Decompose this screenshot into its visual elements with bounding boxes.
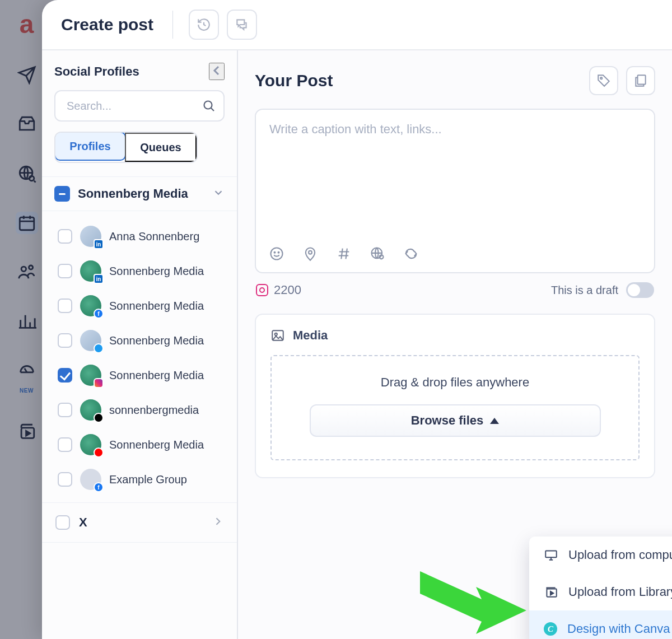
group-checkbox-indeterminate[interactable] <box>54 186 70 202</box>
profile-avatar <box>80 434 101 455</box>
chevron-down-icon <box>212 186 225 201</box>
profile-group-row[interactable]: Sonnenberg Media <box>42 176 237 211</box>
caption-toolbar <box>256 241 654 272</box>
profile-avatar <box>80 399 101 421</box>
profile-item[interactable]: Sonnenberg Media <box>42 323 237 358</box>
facebook-badge-icon: f <box>94 482 104 492</box>
svg-point-9 <box>271 248 283 260</box>
duplicate-button[interactable] <box>626 66 655 95</box>
profile-name: sonnenbergmedia <box>109 404 199 417</box>
profile-avatar: f <box>80 469 101 490</box>
svg-rect-8 <box>638 75 646 84</box>
shorten-link-icon[interactable] <box>403 245 419 262</box>
profile-item[interactable]: inSonnenberg Media <box>42 254 237 288</box>
char-count-value: 2200 <box>274 283 301 297</box>
tags-button[interactable] <box>589 66 618 95</box>
upload-computer-label: Upload from computer <box>568 548 672 562</box>
composer-title: Your Post <box>255 71 333 90</box>
profile-checkbox[interactable] <box>58 472 72 487</box>
profiles-queues-tabs: Profiles Queues <box>54 132 198 163</box>
browse-files-label: Browse files <box>411 413 484 428</box>
media-title: Media <box>293 328 328 343</box>
profile-checkbox[interactable] <box>58 403 72 417</box>
location-icon[interactable] <box>302 245 319 262</box>
profile-item[interactable]: sonnenbergmedia <box>42 393 237 427</box>
upload-from-computer[interactable]: Upload from computer <box>529 537 672 573</box>
profile-checkbox[interactable] <box>58 368 72 383</box>
profile-checkbox[interactable] <box>58 333 72 348</box>
profile-list: inAnna SonnenberginSonnenberg MediafSonn… <box>42 211 237 502</box>
twitter-badge-icon <box>94 343 104 353</box>
annotation-arrow <box>420 554 538 638</box>
svg-point-11 <box>278 252 279 253</box>
svg-point-14 <box>380 255 384 259</box>
profile-item[interactable]: fExample Group <box>42 462 237 497</box>
profile-name: Sonnenberg Media <box>109 369 204 382</box>
image-icon <box>270 328 285 343</box>
tab-profiles[interactable]: Profiles <box>54 132 126 161</box>
composer-panel: Your Post 2200 <box>238 50 672 639</box>
profile-name: Sonnenberg Media <box>109 439 204 451</box>
profile-avatar: in <box>80 260 101 282</box>
upload-library-label: Upload from Library <box>568 585 672 599</box>
profile-avatar <box>80 330 101 351</box>
globe-icon[interactable] <box>369 245 386 262</box>
svg-point-6 <box>204 101 212 109</box>
design-canva-label: Design with Canva <box>567 622 670 636</box>
x-group-row[interactable]: X <box>42 502 237 543</box>
instagram-badge-icon <box>94 378 104 388</box>
profile-checkbox[interactable] <box>58 229 72 244</box>
hashtag-icon[interactable] <box>335 245 352 262</box>
tab-queues[interactable]: Queues <box>125 133 197 162</box>
svg-marker-19 <box>420 571 526 634</box>
browse-files-button[interactable]: Browse files <box>310 404 601 437</box>
dropzone-text: Drag & drop files anywhere <box>283 375 627 390</box>
linkedin-badge-icon: in <box>94 239 104 249</box>
svg-point-12 <box>309 251 312 254</box>
profile-avatar: f <box>80 295 101 316</box>
social-profiles-panel: Social Profiles Profiles Queues Sonnenbe… <box>42 50 238 639</box>
profile-name: Sonnenberg Media <box>109 334 204 347</box>
svg-rect-17 <box>545 551 557 557</box>
upload-from-library[interactable]: Upload from Library <box>529 573 672 610</box>
instagram-icon <box>256 284 268 296</box>
profile-checkbox[interactable] <box>58 264 72 278</box>
caption-textarea[interactable] <box>256 110 654 239</box>
profile-item[interactable]: fSonnenberg Media <box>42 288 237 323</box>
profile-name: Sonnenberg Media <box>109 300 204 312</box>
panel-title: Social Profiles <box>54 64 139 79</box>
comments-button[interactable] <box>227 10 257 40</box>
profile-name: Anna Sonnenberg <box>109 230 199 243</box>
draft-label: This is a draft <box>551 284 618 297</box>
x-label: X <box>79 515 203 530</box>
svg-point-7 <box>600 77 602 79</box>
instagram-char-count: 2200 <box>256 283 301 297</box>
profile-item[interactable]: Sonnenberg Media <box>42 358 237 393</box>
media-card: Media Drag & drop files anywhere Browse … <box>255 314 655 478</box>
tiktok-badge-icon <box>94 413 104 423</box>
search-icon <box>202 99 216 115</box>
chevron-right-icon <box>212 516 223 529</box>
triangle-up-icon <box>490 418 499 424</box>
emoji-icon[interactable] <box>268 245 285 262</box>
search-input[interactable] <box>54 90 225 122</box>
x-checkbox[interactable] <box>55 515 70 530</box>
group-name: Sonnenberg Media <box>78 186 204 201</box>
profile-checkbox[interactable] <box>58 437 72 452</box>
profile-checkbox[interactable] <box>58 298 72 313</box>
draft-toggle[interactable] <box>626 282 654 298</box>
divider <box>172 11 173 39</box>
modal-title: Create post <box>61 15 153 34</box>
profile-item[interactable]: inAnna Sonnenberg <box>42 219 237 254</box>
create-post-modal: Create post Social Profiles Profiles Que… <box>42 0 672 639</box>
history-button[interactable] <box>189 10 219 40</box>
collapse-panel-button[interactable] <box>209 63 225 80</box>
linkedin-badge-icon: in <box>94 274 104 284</box>
modal-header: Create post <box>42 0 672 50</box>
design-with-canva[interactable]: C Design with Canva <box>529 610 672 639</box>
profile-avatar: in <box>80 226 101 247</box>
media-dropzone[interactable]: Drag & drop files anywhere Browse files <box>270 355 640 460</box>
youtube-badge-icon <box>94 447 104 458</box>
caption-box <box>255 109 655 273</box>
profile-item[interactable]: Sonnenberg Media <box>42 427 237 462</box>
